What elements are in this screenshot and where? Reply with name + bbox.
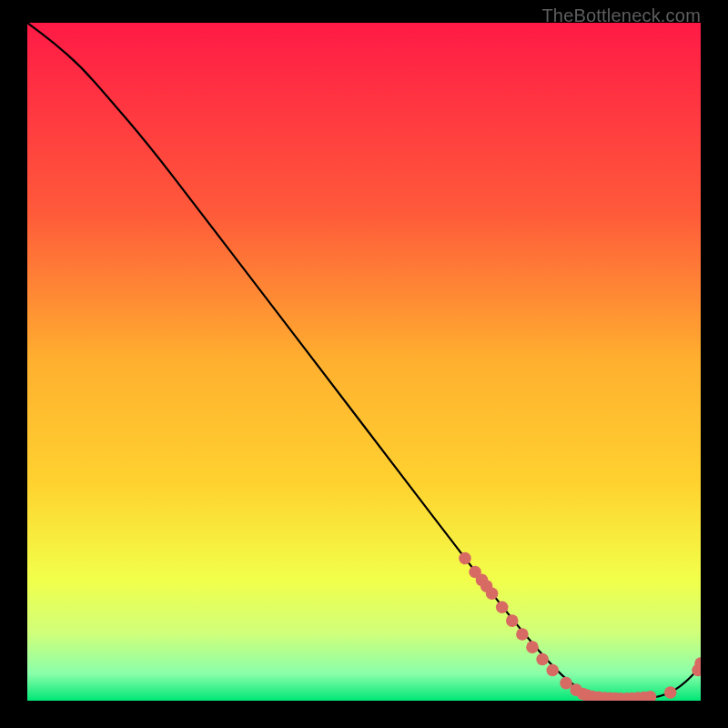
data-marker — [536, 653, 549, 666]
chart-container: TheBottleneck.com — [0, 0, 728, 728]
bottleneck-curve — [27, 23, 701, 701]
data-marker — [486, 587, 499, 600]
data-marker — [496, 601, 509, 613]
data-marker — [516, 628, 529, 641]
data-marker — [664, 686, 677, 699]
plot-area — [27, 23, 701, 701]
curve-path — [27, 23, 701, 698]
data-marker — [459, 552, 471, 565]
data-marker — [546, 664, 559, 677]
data-marker — [526, 641, 539, 653]
marker-group — [459, 552, 701, 701]
data-marker — [506, 614, 519, 627]
watermark-text: TheBottleneck.com — [541, 5, 701, 26]
data-marker — [560, 677, 572, 690]
